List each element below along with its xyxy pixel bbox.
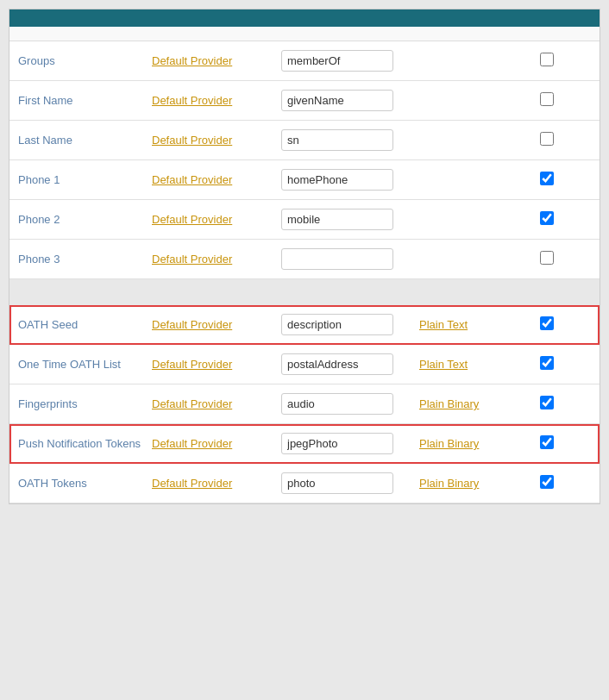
- writable-checkbox-groups[interactable]: [540, 53, 554, 66]
- writable-cell-last-name: [531, 132, 600, 148]
- source-link-first-name[interactable]: Default Provider: [152, 94, 281, 107]
- property-label-fingerprints: Fingerprints: [18, 397, 152, 410]
- property-label-phone2: Phone 2: [18, 213, 152, 226]
- writable-checkbox-phone2[interactable]: [540, 211, 554, 225]
- field-input-first-name[interactable]: [281, 90, 393, 111]
- bottom-rows-section: OATH SeedDefault ProviderPlain TextOne T…: [9, 305, 600, 503]
- source-link-oath-tokens[interactable]: Default Provider: [152, 477, 281, 490]
- property-label-last-name: Last Name: [18, 134, 152, 147]
- field-cell-phone3: [281, 248, 419, 270]
- property-label-groups: Groups: [18, 54, 152, 67]
- source-link-fingerprints[interactable]: Default Provider: [152, 397, 281, 410]
- field-cell-last-name: [281, 129, 419, 151]
- writable-checkbox-push-notification[interactable]: [540, 435, 554, 449]
- table-row-first-name: First NameDefault Provider: [9, 81, 600, 121]
- source-link-phone1[interactable]: Default Provider: [152, 173, 281, 186]
- writable-checkbox-oath-seed[interactable]: [540, 316, 554, 330]
- dataformat-cell-fingerprints[interactable]: Plain Binary: [419, 397, 531, 410]
- property-label-oath-seed: OATH Seed: [18, 318, 152, 331]
- table-row-one-time-oath: One Time OATH ListDefault ProviderPlain …: [9, 345, 600, 384]
- source-link-oath-seed[interactable]: Default Provider: [152, 318, 281, 331]
- table-row-phone1: Phone 1Default Provider: [9, 160, 600, 200]
- field-input-oath-tokens[interactable]: [281, 472, 393, 494]
- field-input-last-name[interactable]: [281, 129, 393, 151]
- dataformat-cell-oath-tokens[interactable]: Plain Binary: [419, 477, 531, 490]
- field-cell-oath-seed: [281, 314, 419, 335]
- field-input-fingerprints[interactable]: [281, 393, 393, 415]
- source-link-push-notification[interactable]: Default Provider: [152, 437, 281, 450]
- fields-table: GroupsDefault ProviderFirst NameDefault …: [9, 27, 600, 503]
- writable-cell-push-notification: [531, 435, 600, 452]
- writable-checkbox-fingerprints[interactable]: [540, 396, 554, 409]
- column-headers: [9, 27, 600, 41]
- field-input-phone3[interactable]: [281, 248, 393, 270]
- table-row-last-name: Last NameDefault Provider: [9, 121, 600, 160]
- field-cell-phone2: [281, 209, 419, 230]
- field-input-oath-seed[interactable]: [281, 314, 393, 335]
- table-row-phone2: Phone 2Default Provider: [9, 200, 600, 240]
- panel-header: [9, 9, 600, 27]
- field-cell-push-notification: [281, 433, 419, 454]
- writable-cell-phone3: [531, 251, 600, 267]
- table-row-oath-tokens: OATH TokensDefault ProviderPlain Binary: [9, 464, 600, 503]
- writable-cell-one-time-oath: [531, 356, 600, 372]
- table-row-groups: GroupsDefault Provider: [9, 41, 600, 81]
- section-gap: [9, 279, 600, 305]
- field-input-one-time-oath[interactable]: [281, 353, 393, 375]
- writable-cell-first-name: [531, 92, 600, 109]
- table-row-oath-seed: OATH SeedDefault ProviderPlain Text: [9, 305, 600, 345]
- field-cell-oath-tokens: [281, 472, 419, 494]
- property-label-first-name: First Name: [18, 94, 152, 107]
- field-input-groups[interactable]: [281, 50, 393, 72]
- property-label-phone3: Phone 3: [18, 253, 152, 266]
- field-input-phone2[interactable]: [281, 209, 393, 230]
- table-row-phone3: Phone 3Default Provider: [9, 240, 600, 279]
- field-input-phone1[interactable]: [281, 169, 393, 191]
- property-label-one-time-oath: One Time OATH List: [18, 358, 152, 371]
- source-link-phone2[interactable]: Default Provider: [152, 213, 281, 226]
- field-cell-first-name: [281, 90, 419, 111]
- writable-checkbox-last-name[interactable]: [540, 132, 554, 146]
- writable-cell-phone1: [531, 172, 600, 188]
- source-link-groups[interactable]: Default Provider: [152, 54, 281, 67]
- field-cell-fingerprints: [281, 393, 419, 415]
- property-label-push-notification: Push Notification Tokens: [18, 437, 152, 450]
- profile-fields-panel: GroupsDefault ProviderFirst NameDefault …: [9, 9, 600, 504]
- writable-checkbox-oath-tokens[interactable]: [540, 475, 554, 489]
- source-link-phone3[interactable]: Default Provider: [152, 253, 281, 266]
- source-link-last-name[interactable]: Default Provider: [152, 134, 281, 147]
- writable-cell-groups: [531, 53, 600, 69]
- field-cell-one-time-oath: [281, 353, 419, 375]
- writable-cell-oath-seed: [531, 316, 600, 333]
- dataformat-cell-oath-seed[interactable]: Plain Text: [419, 318, 531, 331]
- writable-checkbox-one-time-oath[interactable]: [540, 356, 554, 370]
- table-row-fingerprints: FingerprintsDefault ProviderPlain Binary: [9, 384, 600, 424]
- writable-cell-phone2: [531, 211, 600, 228]
- property-label-phone1: Phone 1: [18, 173, 152, 186]
- field-cell-phone1: [281, 169, 419, 191]
- property-label-oath-tokens: OATH Tokens: [18, 477, 152, 490]
- writable-cell-oath-tokens: [531, 475, 600, 491]
- writable-cell-fingerprints: [531, 396, 600, 412]
- source-link-one-time-oath[interactable]: Default Provider: [152, 358, 281, 371]
- dataformat-cell-one-time-oath[interactable]: Plain Text: [419, 358, 531, 371]
- top-rows-section: GroupsDefault ProviderFirst NameDefault …: [9, 41, 600, 279]
- dataformat-cell-push-notification[interactable]: Plain Binary: [419, 437, 531, 450]
- field-cell-groups: [281, 50, 419, 72]
- writable-checkbox-phone3[interactable]: [540, 251, 554, 265]
- field-input-push-notification[interactable]: [281, 433, 393, 454]
- writable-checkbox-first-name[interactable]: [540, 92, 554, 106]
- table-row-push-notification: Push Notification TokensDefault Provider…: [9, 424, 600, 464]
- writable-checkbox-phone1[interactable]: [540, 172, 554, 185]
